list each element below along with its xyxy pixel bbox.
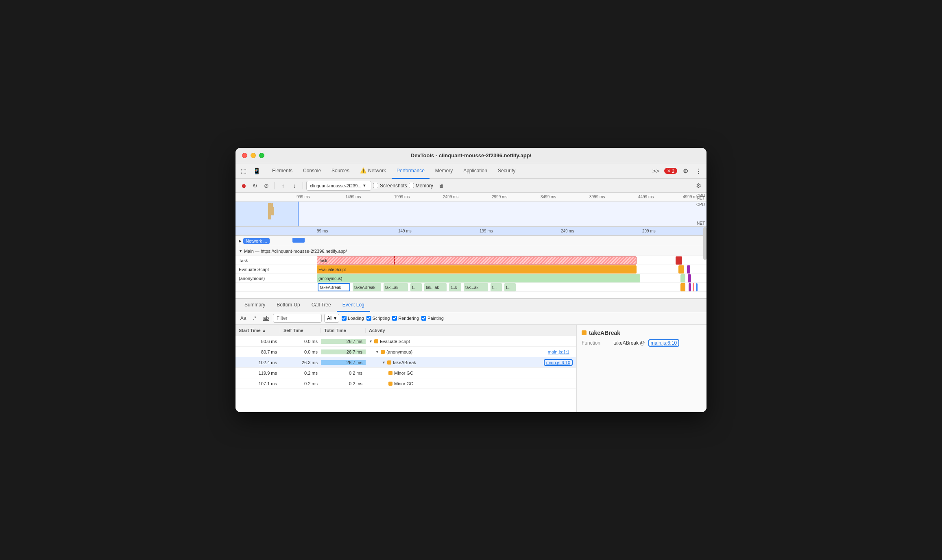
cpu-throttle-icon[interactable]: 🖥 (436, 181, 446, 191)
rendering-check[interactable]: Rendering (392, 316, 419, 321)
total-time-cell: 0.2 ms (321, 371, 366, 376)
activity-icon (381, 350, 385, 354)
evaluate-row: Evaluate Script Evaluate Script (236, 265, 706, 274)
memory-check-input[interactable] (409, 183, 414, 188)
painting-check[interactable]: Painting (421, 316, 444, 321)
expand-arrow[interactable]: ▼ (369, 339, 373, 343)
takeabreak-block-7[interactable]: tak...ak (464, 283, 488, 291)
anonymous-row: (anonymous) (anonymous) (236, 274, 706, 283)
devtools-window: DevTools - clinquant-mousse-2f2396.netli… (236, 148, 706, 412)
url-text: clinquant-mousse-2f239... (310, 183, 362, 188)
expand-arrow[interactable]: ▼ (382, 360, 386, 365)
table-row[interactable]: 80.7 ms 0.0 ms 26.7 ms ▼ (anonymous) mai… (236, 347, 576, 357)
takeabreak-link[interactable]: main.js:6:10 (544, 359, 573, 366)
minimize-button[interactable] (251, 153, 256, 158)
tab-event-log[interactable]: Event Log (337, 299, 370, 312)
anonymous-block[interactable]: (anonymous) (317, 274, 640, 282)
network-expand-arrow[interactable]: ▶ (239, 239, 242, 243)
painting-checkbox[interactable] (421, 316, 426, 321)
tab-network[interactable]: ⚠️ Network (355, 163, 391, 179)
takeabreak-block-8[interactable]: t... (491, 283, 502, 291)
memory-checkbox[interactable]: Memory (409, 183, 433, 189)
takeabreak-block-3[interactable]: tak...ak (384, 283, 408, 291)
clear-button[interactable]: ⊘ (262, 181, 271, 191)
col-start-time[interactable]: Start Time ▲ (236, 328, 280, 333)
regex-btn[interactable]: .* (250, 314, 259, 323)
filter-input[interactable] (273, 314, 322, 323)
more-tabs-icon[interactable]: >> (651, 166, 661, 176)
timeline-scrollbar[interactable] (703, 227, 706, 260)
tab-console[interactable]: Console (298, 163, 326, 179)
close-button[interactable] (242, 153, 247, 158)
scripting-checkbox[interactable] (366, 316, 371, 321)
record-button[interactable]: ⏺ (239, 181, 249, 191)
takeabreak-block-4[interactable]: t... (410, 283, 422, 291)
tab-application[interactable]: Application (458, 163, 492, 179)
rendering-checkbox[interactable] (392, 316, 397, 321)
maximize-button[interactable] (259, 153, 264, 158)
inspect-icon[interactable]: ⬚ (239, 166, 249, 176)
screenshots-label: Screenshots (380, 183, 407, 189)
loading-checkbox[interactable] (342, 316, 347, 321)
tab-sources[interactable]: Sources (327, 163, 354, 179)
tab-summary[interactable]: Summary (239, 299, 271, 312)
performance-toolbar: ⏺ ↻ ⊘ ↑ ↓ clinquant-mousse-2f239... ▾ Sc… (236, 179, 706, 193)
ruler-tick-6: 3999 ms (589, 195, 605, 199)
table-row[interactable]: 119.9 ms 0.2 ms 0.2 ms Minor GC (236, 368, 576, 378)
expand-arrow[interactable]: ▼ (375, 350, 379, 354)
evaluate-content: Evaluate Script (317, 265, 706, 273)
table-row[interactable]: 107.1 ms 0.2 ms 0.2 ms Minor GC (236, 378, 576, 389)
url-dropdown[interactable]: clinquant-mousse-2f239... ▾ (306, 181, 371, 191)
timeline-minimap[interactable]: CPU NET (236, 202, 706, 227)
minimap-selection[interactable] (236, 202, 299, 226)
takeabreak-block-5[interactable]: tak...ak (424, 283, 447, 291)
tab-call-tree[interactable]: Call Tree (306, 299, 337, 312)
match-case-btn[interactable]: Aa (239, 314, 248, 323)
sidebar-link[interactable]: main.js:6:10 (648, 339, 680, 347)
category-dropdown[interactable]: All ▾ (324, 314, 339, 323)
takeabreak-block-2[interactable]: takeABreak (353, 283, 381, 291)
bottom-tabs: Summary Bottom-Up Call Tree Event Log (236, 299, 706, 312)
ruler-tick-2: 1999 ms (394, 195, 410, 199)
total-time-cell: 0.2 ms (321, 381, 366, 386)
error-badge[interactable]: ✕ 2 (664, 168, 677, 174)
whole-word-btn[interactable]: ab (262, 314, 270, 323)
activity-label: Minor GC (394, 371, 413, 376)
download-button[interactable]: ↓ (290, 181, 299, 191)
capture-settings-icon[interactable]: ⚙ (693, 181, 703, 191)
screenshots-checkbox[interactable]: Screenshots (373, 183, 407, 189)
memory-label: Memory (416, 183, 433, 189)
takeabreak-block-9[interactable]: t... (504, 283, 516, 291)
device-icon[interactable]: 📱 (252, 166, 262, 176)
evaluate-block[interactable]: Evaluate Script (317, 265, 637, 273)
eval-end2 (687, 265, 690, 273)
table-row[interactable]: 80.6 ms 0.0 ms 26.7 ms ▼ Evaluate Script (236, 336, 576, 347)
toolbar-right-settings: ⚙ (693, 181, 703, 191)
tab-bottom-up[interactable]: Bottom-Up (271, 299, 305, 312)
refresh-record-button[interactable]: ↻ (250, 181, 260, 191)
task-block[interactable]: Task (317, 256, 637, 265)
tab-performance[interactable]: Performance (392, 163, 430, 179)
anonymous-content: (anonymous) (317, 274, 706, 282)
main-expand-arrow[interactable]: ▼ (239, 249, 242, 253)
takeabreak-selected-block[interactable]: takeABreak (318, 283, 350, 291)
settings-icon[interactable]: ⚙ (680, 166, 690, 176)
scripting-check[interactable]: Scripting (366, 316, 390, 321)
tab-memory[interactable]: Memory (430, 163, 458, 179)
upload-button[interactable]: ↑ (278, 181, 288, 191)
error-count: 2 (672, 169, 674, 174)
start-time-cell: 119.9 ms (236, 371, 280, 376)
sidebar-function-name: takeABreak (589, 330, 620, 336)
table-row[interactable]: 102.4 ms 26.3 ms 26.7 ms ▼ takeABreak ma… (236, 357, 576, 368)
tab-elements[interactable]: Elements (267, 163, 297, 179)
link-cell[interactable]: main.js:1:1 (545, 349, 573, 354)
takeabreak-block-6[interactable]: t...k (449, 283, 461, 291)
activity-cell: ▼ (anonymous) main.js:1:1 (366, 349, 576, 354)
net-mini-label: NET (697, 221, 705, 226)
screenshots-check-input[interactable] (373, 183, 378, 188)
loading-check[interactable]: Loading (342, 316, 364, 321)
more-options-icon[interactable]: ⋮ (693, 166, 703, 176)
tab-security[interactable]: Security (493, 163, 520, 179)
network-label[interactable]: Network ... (243, 238, 270, 244)
total-time-cell: 26.7 ms (321, 360, 366, 365)
